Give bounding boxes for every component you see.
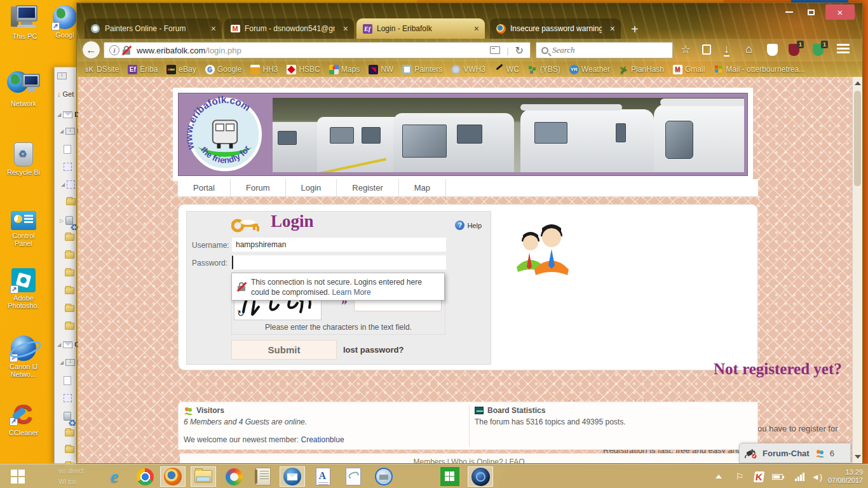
minimize-button[interactable] xyxy=(780,4,799,20)
network-signal-icon[interactable] xyxy=(795,464,804,488)
pocket-icon[interactable] xyxy=(767,44,778,56)
desktop-icon-network[interactable]: Network xyxy=(0,70,47,107)
nav-map[interactable]: Map xyxy=(399,179,446,196)
captcha-refresh-icon[interactable]: ↻ xyxy=(237,308,245,318)
desktop-icon-ccleaner[interactable]: CCleaner xyxy=(0,402,47,437)
battery-icon[interactable] xyxy=(772,464,783,488)
bookmark-star-icon[interactable]: ☆ xyxy=(681,43,691,57)
search-bar[interactable] xyxy=(536,42,673,58)
tab-close-icon[interactable]: × xyxy=(339,24,348,34)
templates-icon[interactable] xyxy=(64,163,72,171)
nav-register[interactable]: Register xyxy=(337,179,398,196)
taskbar-journal[interactable] xyxy=(250,466,276,487)
help-link[interactable]: ? Help xyxy=(455,220,482,230)
bookmark-painters[interactable]: Painters xyxy=(402,65,442,74)
mail-window-strip[interactable]: ↓Get ◢De ◢In ◢ ▷ ◢Ca ◢In xyxy=(54,67,76,464)
downloads-icon[interactable]: ↓ xyxy=(724,43,729,56)
trash-icon[interactable] xyxy=(65,216,73,225)
adblock-shield-icon[interactable]: 1 xyxy=(789,44,799,56)
bookmark-wc[interactable]: WC xyxy=(494,65,519,74)
nav-portal[interactable]: Portal xyxy=(178,179,231,196)
bookmark-hsbc[interactable]: HSBC xyxy=(287,65,320,74)
folder-icon[interactable] xyxy=(65,305,74,312)
folder-icon[interactable] xyxy=(65,323,74,330)
desktop-icon-recycle-bin[interactable]: Recycle Bi xyxy=(0,142,47,176)
drafts-icon[interactable] xyxy=(64,145,71,154)
sent-icon[interactable] xyxy=(67,180,75,189)
bookmark-weather[interactable]: YRWeather xyxy=(569,65,610,74)
taskbar-openoffice[interactable] xyxy=(341,466,366,487)
library-icon[interactable] xyxy=(702,44,711,55)
desktop-icon-control-panel[interactable]: Control Panel xyxy=(0,211,47,247)
bookmark-eriba[interactable]: EfEriba xyxy=(128,65,158,74)
new-tab-button[interactable]: + xyxy=(631,22,639,37)
taskbar-writer[interactable]: A xyxy=(310,466,336,487)
bookmark-mail-otterbourne[interactable]: Mail - otterbournetrea... xyxy=(714,65,805,74)
home-icon[interactable]: ⌂ xyxy=(745,43,752,56)
tab-insecure-warning[interactable]: Insecure password warning × xyxy=(490,18,621,39)
folder-icon[interactable] xyxy=(65,234,74,241)
close-button[interactable]: × xyxy=(825,4,855,20)
bookmark-vwh3[interactable]: VWH3 xyxy=(451,65,485,74)
taskbar-firefox[interactable] xyxy=(160,466,186,487)
privacy-shield-icon[interactable]: 1 xyxy=(813,44,824,56)
folder-icon[interactable] xyxy=(65,446,74,453)
tab-painters-online[interactable]: Painters Online - Forum × xyxy=(85,18,222,39)
reader-mode-icon[interactable] xyxy=(490,46,500,54)
password-input[interactable] xyxy=(232,255,446,269)
scroll-thumb[interactable] xyxy=(854,91,861,186)
footer-links[interactable]: Members | Who is Online? | FAQ xyxy=(180,453,758,463)
mail-get-button[interactable]: ↓Get xyxy=(57,90,74,98)
page-info-icon[interactable]: i xyxy=(109,45,119,55)
taskbar-clock[interactable]: 13:29 07/08/2017 xyxy=(828,464,863,488)
bookmark-planhash[interactable]: ⊁PlanHash xyxy=(619,65,664,74)
tab-close-icon[interactable]: × xyxy=(470,24,479,34)
menu-hamburger-icon[interactable] xyxy=(837,42,850,46)
bookmark-nw[interactable]: ◥NW xyxy=(369,65,393,74)
submit-button[interactable]: Submit xyxy=(231,340,337,360)
drafts-icon[interactable] xyxy=(64,376,71,385)
bookmark-hh3[interactable]: HH3 xyxy=(250,65,278,74)
tab-close-icon[interactable]: × xyxy=(207,24,216,34)
desktop-icon-canon[interactable]: Canon IJ Netwo... xyxy=(0,336,47,378)
desktop-icon-google-earth[interactable]: Googl xyxy=(52,5,78,39)
lost-password-link[interactable]: lost password? xyxy=(343,345,403,355)
trash-icon[interactable] xyxy=(64,412,71,421)
nav-forum[interactable]: Forum xyxy=(231,179,286,196)
bookmark-ebay[interactable]: eBay xyxy=(166,65,196,74)
desktop-icon-photoshop[interactable]: Adobe Photosho. xyxy=(0,268,47,309)
tab-login-eribafolk[interactable]: Ef Login - Eribafolk × xyxy=(356,18,485,39)
action-center-flag-icon[interactable]: ⚐ xyxy=(735,464,743,488)
taskbar-explorer[interactable] xyxy=(191,466,216,487)
tray-expand[interactable] xyxy=(715,464,722,488)
bookmark-ybs[interactable]: (YBS) xyxy=(528,65,560,74)
volume-icon[interactable]: ◄) xyxy=(811,464,822,488)
taskbar-canon-printer[interactable] xyxy=(371,466,397,487)
folder-icon[interactable] xyxy=(66,198,76,205)
taskbar-store[interactable] xyxy=(437,466,463,487)
tab-close-icon[interactable]: × xyxy=(606,24,615,34)
back-button[interactable]: ← xyxy=(82,41,100,59)
folder-icon[interactable] xyxy=(65,269,74,276)
scroll-up-arrow[interactable] xyxy=(855,81,861,85)
username-input[interactable] xyxy=(232,238,446,252)
search-input[interactable] xyxy=(552,45,654,55)
taskbar-ie[interactable]: e xyxy=(102,466,127,487)
newest-member-link[interactable]: Creationblue xyxy=(301,435,344,444)
desktop-icon-this-pc[interactable]: This PC xyxy=(1,5,48,40)
bookmark-google[interactable]: GGoogle xyxy=(205,65,242,74)
folder-icon[interactable] xyxy=(65,430,74,437)
taskbar-thunderbird[interactable] xyxy=(280,466,305,487)
forum-chat-bar[interactable]: Forum-Chat 6 xyxy=(739,443,851,463)
nav-login[interactable]: Login xyxy=(286,179,337,196)
taskbar-blue-app[interactable] xyxy=(468,466,493,487)
taskbar-media-app[interactable] xyxy=(221,466,247,487)
insecure-lock-icon[interactable] xyxy=(122,46,132,55)
taskbar-chrome[interactable] xyxy=(132,466,158,487)
bookmark-maps[interactable]: Maps xyxy=(329,65,360,74)
tab-gmail-forum[interactable]: M Forum - dsnowdon541@gm × xyxy=(224,18,354,39)
maximize-button[interactable] xyxy=(801,4,820,20)
start-button[interactable] xyxy=(5,466,31,487)
learn-more-link[interactable]: Learn More xyxy=(332,288,370,297)
url-bar[interactable]: i www.eribafolk.com/login.php | ↻ xyxy=(104,42,531,58)
